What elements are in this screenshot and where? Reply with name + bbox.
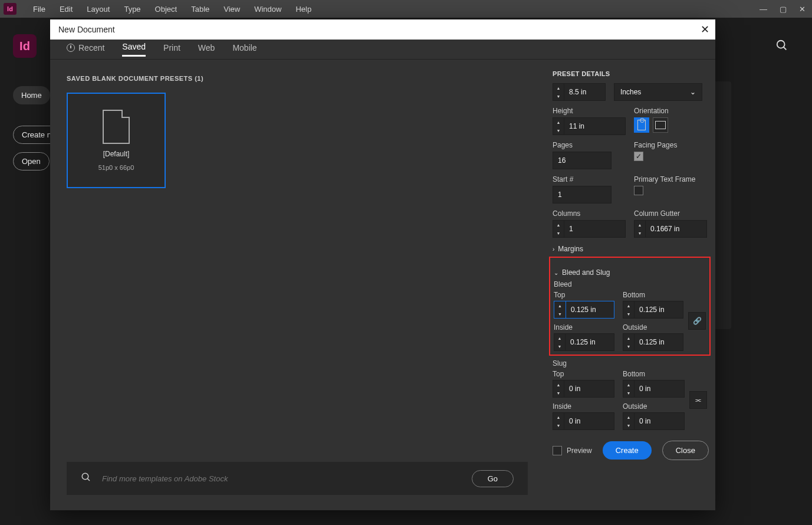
chevron-down-icon[interactable]: ▼ — [623, 310, 634, 318]
presets-area: SAVED BLANK DOCUMENT PRESETS (1) [Defaul… — [50, 60, 544, 510]
bleed-inside-stepper[interactable]: ▲▼ — [554, 333, 614, 351]
units-dropdown[interactable]: Inches ⌄ — [614, 83, 702, 101]
window-close-icon[interactable]: ✕ — [793, 0, 812, 18]
preset-card-default[interactable]: [Default] 51p0 x 66p0 — [67, 93, 166, 188]
svg-line-1 — [784, 47, 787, 50]
global-search-icon[interactable] — [775, 39, 788, 55]
create-button[interactable]: Create — [603, 441, 652, 460]
unlink-icon: ⫘ — [695, 396, 702, 404]
chevron-down-icon[interactable]: ▼ — [553, 126, 564, 134]
chevron-right-icon: › — [553, 246, 554, 252]
tab-print[interactable]: Print — [163, 43, 180, 56]
chevron-up-icon[interactable]: ▲ — [554, 334, 565, 342]
slug-outside-input[interactable] — [635, 412, 685, 430]
slug-bottom-label: Bottom — [623, 370, 685, 378]
slug-bottom-stepper[interactable]: ▲▼ — [623, 380, 685, 398]
menu-object[interactable]: Object — [148, 5, 185, 14]
chevron-up-icon[interactable]: ▲ — [623, 301, 634, 310]
chevron-up-icon[interactable]: ▲ — [623, 334, 634, 342]
columns-input[interactable] — [564, 220, 626, 238]
chevron-up-icon[interactable]: ▲ — [553, 118, 564, 126]
menu-view[interactable]: View — [216, 5, 247, 14]
menu-type[interactable]: Type — [117, 5, 147, 14]
chevron-down-icon[interactable]: ▼ — [553, 92, 564, 100]
chevron-up-icon[interactable]: ▲ — [553, 380, 564, 389]
gutter-stepper[interactable]: ▲▼ — [634, 220, 707, 238]
slug-top-input[interactable] — [564, 380, 614, 398]
bleed-bottom-input[interactable] — [635, 301, 683, 319]
primary-text-frame-checkbox[interactable] — [634, 186, 643, 195]
stock-search-input[interactable] — [102, 474, 472, 483]
slug-inside-label: Inside — [553, 402, 614, 411]
menu-help[interactable]: Help — [288, 5, 318, 14]
bleed-link-button[interactable]: 🔗 — [688, 312, 706, 330]
bleed-top-input[interactable] — [566, 301, 614, 319]
chevron-down-icon[interactable]: ▼ — [623, 421, 634, 429]
slug-inside-stepper[interactable]: ▲▼ — [553, 412, 614, 430]
height-stepper[interactable]: ▲▼ — [553, 117, 626, 135]
chevron-up-icon[interactable]: ▲ — [553, 221, 564, 229]
home-button[interactable]: Home — [13, 86, 50, 104]
width-input[interactable] — [564, 83, 606, 101]
bleed-outside-input[interactable] — [635, 333, 683, 351]
height-input[interactable] — [564, 117, 626, 135]
go-button[interactable]: Go — [472, 470, 514, 487]
gutter-input[interactable] — [646, 220, 707, 238]
tab-label: Saved — [122, 42, 146, 51]
menu-file[interactable]: File — [26, 5, 52, 14]
gutter-label: Column Gutter — [634, 209, 707, 218]
start-input[interactable] — [553, 186, 612, 204]
chevron-down-icon[interactable]: ▼ — [554, 310, 566, 318]
slug-link-button[interactable]: ⫘ — [689, 391, 707, 409]
bleed-slug-section-toggle[interactable]: ⌄Bleed and Slug — [554, 268, 706, 277]
tab-recent[interactable]: Recent — [67, 43, 104, 56]
chevron-down-icon[interactable]: ▼ — [554, 342, 565, 350]
chevron-up-icon[interactable]: ▲ — [623, 380, 634, 389]
window-minimize-icon[interactable]: — — [754, 0, 773, 18]
bleed-inside-input[interactable] — [566, 333, 614, 351]
bleed-outside-stepper[interactable]: ▲▼ — [623, 333, 683, 351]
facing-pages-checkbox[interactable]: ✓ — [634, 152, 643, 161]
dialog-close-icon[interactable]: ✕ — [701, 23, 709, 36]
columns-stepper[interactable]: ▲▼ — [553, 220, 626, 238]
window-maximize-icon[interactable]: ▢ — [773, 0, 793, 18]
slug-bottom-input[interactable] — [635, 380, 685, 398]
preview-label: Preview — [567, 447, 592, 455]
chevron-down-icon[interactable]: ▼ — [553, 229, 564, 237]
chevron-up-icon[interactable]: ▲ — [553, 413, 564, 421]
preset-details-panel: PRESET DETAILS ▲▼ Inches ⌄ Height ▲▼ — [544, 60, 715, 510]
slug-inside-input[interactable] — [564, 412, 614, 430]
svg-line-3 — [87, 478, 90, 481]
close-button[interactable]: Close — [662, 441, 709, 460]
open-button[interactable]: Open — [13, 152, 50, 170]
margins-section-toggle[interactable]: ›Margins — [553, 245, 707, 253]
bleed-bottom-stepper[interactable]: ▲▼ — [623, 301, 683, 319]
menu-window[interactable]: Window — [247, 5, 288, 14]
chevron-down-icon[interactable]: ▼ — [553, 389, 564, 397]
chevron-down-icon[interactable]: ▼ — [635, 229, 645, 237]
menu-table[interactable]: Table — [184, 5, 216, 14]
chevron-down-icon[interactable]: ▼ — [553, 421, 564, 429]
width-stepper[interactable]: ▲▼ — [553, 83, 606, 101]
chevron-down-icon: ⌄ — [554, 270, 558, 276]
menu-layout[interactable]: Layout — [80, 5, 117, 14]
chevron-down-icon: ⌄ — [690, 88, 696, 96]
preview-checkbox[interactable] — [553, 446, 562, 455]
slug-top-stepper[interactable]: ▲▼ — [553, 380, 614, 398]
chevron-down-icon[interactable]: ▼ — [623, 342, 634, 350]
slug-top-label: Top — [553, 370, 614, 378]
orientation-portrait-button[interactable] — [634, 117, 649, 133]
bleed-top-stepper[interactable]: ▲▼ — [554, 301, 614, 319]
chevron-up-icon[interactable]: ▲ — [623, 413, 634, 421]
tab-web[interactable]: Web — [198, 43, 215, 56]
orientation-landscape-button[interactable] — [653, 117, 668, 133]
chevron-up-icon[interactable]: ▲ — [554, 301, 566, 310]
menu-edit[interactable]: Edit — [52, 5, 80, 14]
chevron-down-icon[interactable]: ▼ — [623, 389, 634, 397]
chevron-up-icon[interactable]: ▲ — [635, 221, 645, 229]
slug-outside-stepper[interactable]: ▲▼ — [623, 412, 685, 430]
tab-saved[interactable]: Saved — [122, 42, 146, 57]
tab-mobile[interactable]: Mobile — [232, 43, 257, 56]
chevron-up-icon[interactable]: ▲ — [553, 84, 564, 92]
pages-input[interactable] — [553, 152, 612, 169]
